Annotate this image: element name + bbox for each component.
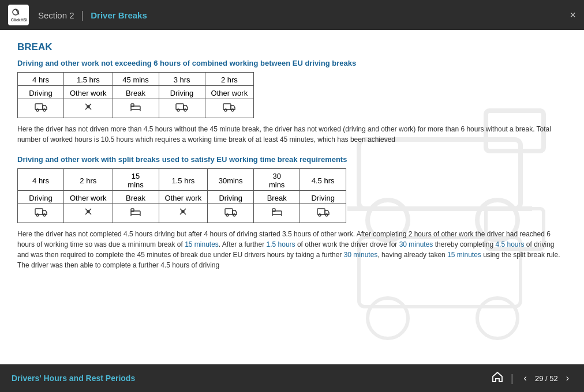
t2-c7-type: Driving	[300, 191, 346, 204]
footer-title: Drivers' Hours and Rest Periods	[12, 374, 491, 383]
svg-rect-48	[317, 209, 325, 214]
t2-c4-type: Other work	[159, 191, 208, 204]
app-header: ClickHSE Section 2 | Driver Breaks ×	[0, 0, 584, 30]
section-label: Section 2	[38, 10, 74, 20]
table1-duration-row: 4 hrs 1.5 hrs 45 mins 3 hrs 2 hrs	[18, 73, 254, 86]
footer-navigation: | ‹ 29 / 52 ›	[491, 371, 572, 386]
t1-c3-icon	[113, 99, 159, 118]
t1-c2-type: Other work	[64, 86, 113, 99]
t1-c4-dur: 3 hrs	[159, 73, 205, 86]
t1-c4-icon	[159, 99, 205, 118]
t1-c2-icon	[64, 99, 113, 118]
schedule-table-1: 4 hrs 1.5 hrs 45 mins 3 hrs 2 hrs Drivin…	[17, 72, 254, 118]
t2-c7-icon	[300, 204, 346, 223]
t1-c4-type: Driving	[159, 86, 205, 99]
header-title: Driver Breaks	[91, 10, 147, 20]
t1-c5-icon	[205, 99, 254, 118]
svg-rect-12	[35, 104, 43, 110]
t2-c6-icon	[254, 204, 300, 223]
t1-c5-dur: 2 hrs	[205, 73, 254, 86]
header-divider: |	[81, 9, 84, 21]
t2-c5-dur: 30mins	[208, 169, 254, 191]
highlight-1-5hrs: 1.5 hours	[267, 240, 295, 248]
t1-c2-dur: 1.5 hrs	[64, 73, 113, 86]
t1-c3-dur: 45 mins	[113, 73, 159, 86]
table2-description: Here the driver has not completed 4.5 ho…	[17, 229, 567, 270]
t2-c2-dur: 2 hrs	[64, 169, 113, 191]
t2-c7-dur: 4.5 hrs	[300, 169, 346, 191]
schedule-table-2: 4 hrs 2 hrs 15mins 1.5 hrs 30mins 30mins…	[17, 168, 346, 223]
next-page-button[interactable]: ›	[563, 371, 572, 386]
svg-rect-25	[223, 104, 231, 110]
close-button[interactable]: ×	[570, 10, 576, 20]
t2-c3-type: Break	[113, 191, 159, 204]
svg-point-30	[43, 214, 46, 216]
svg-rect-41	[225, 209, 233, 214]
svg-rect-22	[176, 104, 184, 110]
t2-c2-type: Other work	[64, 191, 113, 204]
svg-text:ClickHSE: ClickHSE	[11, 18, 27, 22]
t2-c3-icon	[113, 204, 159, 223]
page-indicator: 29 / 52	[535, 374, 558, 383]
highlight-4-5hrs: 4.5 hours	[495, 240, 524, 248]
svg-point-50	[325, 214, 328, 216]
t2-c3-dur: 15mins	[113, 169, 159, 191]
svg-point-23	[177, 109, 179, 111]
t2-c1-icon	[18, 204, 64, 223]
prev-page-button[interactable]: ‹	[521, 371, 530, 386]
main-content: BREAK Driving and other work not exceedi…	[0, 30, 584, 364]
watermark	[342, 30, 584, 364]
t2-c6-dur: 30mins	[254, 169, 300, 191]
table2-type-row: Driving Other work Break Other work Driv…	[18, 191, 346, 204]
section-heading: BREAK	[17, 42, 567, 53]
svg-point-10	[368, 298, 408, 338]
footer-divider: |	[511, 372, 514, 385]
t2-c1-type: Driving	[18, 191, 64, 204]
svg-rect-28	[35, 209, 43, 214]
t1-c3-type: Break	[113, 86, 159, 99]
t2-c2-icon	[64, 204, 113, 223]
highlight-15min-2: 15 minutes	[447, 251, 481, 259]
svg-point-49	[319, 214, 321, 216]
table2-duration-row: 4 hrs 2 hrs 15mins 1.5 hrs 30mins 30mins…	[18, 169, 346, 191]
svg-point-24	[184, 109, 186, 111]
svg-point-27	[231, 109, 234, 111]
svg-point-14	[43, 109, 46, 111]
table2-icon-row	[18, 204, 346, 223]
app-footer: Drivers' Hours and Rest Periods | ‹ 29 /…	[0, 364, 584, 392]
highlight-30min-2: 30 minutes	[344, 251, 378, 259]
t1-c1-type: Driving	[18, 86, 64, 99]
t2-c5-type: Driving	[208, 191, 254, 204]
t1-c1-icon	[18, 99, 64, 118]
table2-subtitle: Driving and other work with split breaks…	[17, 155, 567, 164]
t1-c1-dur: 4 hrs	[18, 73, 64, 86]
logo-area: ClickHSE	[8, 5, 29, 25]
svg-point-43	[233, 214, 235, 216]
t1-c5-type: Other work	[205, 86, 254, 99]
svg-point-11	[477, 298, 518, 338]
t2-c5-icon	[208, 204, 254, 223]
svg-point-29	[36, 214, 39, 216]
svg-rect-3	[359, 140, 521, 209]
t2-c4-icon	[159, 204, 208, 223]
highlight-30min: 30 minutes	[399, 240, 433, 248]
table1-description: Here the driver has not driven more than…	[17, 124, 567, 145]
svg-point-42	[226, 214, 229, 216]
t2-c6-type: Break	[254, 191, 300, 204]
table1-icon-row	[18, 99, 254, 118]
table1-subtitle: Driving and other work not exceeding 6 h…	[17, 59, 567, 67]
t2-c1-dur: 4 hrs	[18, 169, 64, 191]
logo-icon: ClickHSE	[8, 5, 29, 25]
highlight-15min: 15 minutes	[185, 240, 219, 248]
home-icon[interactable]	[491, 371, 504, 386]
t2-c4-dur: 1.5 hrs	[159, 169, 208, 191]
svg-point-26	[224, 109, 227, 111]
table1-type-row: Driving Other work Break Driving Other w…	[18, 86, 254, 99]
svg-point-13	[36, 109, 39, 111]
